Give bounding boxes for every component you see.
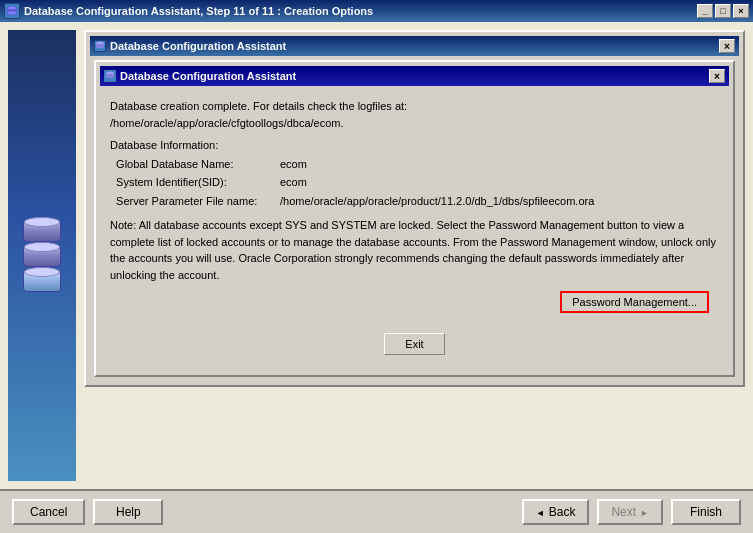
exit-row: Exit [110, 333, 719, 355]
svg-point-2 [7, 11, 17, 15]
dialog-body: Database creation complete. For details … [100, 92, 729, 371]
outer-window: Database Configuration Assistant, Step 1… [0, 0, 753, 533]
minimize-button[interactable]: _ [697, 4, 713, 18]
dialog-container: Database Configuration Assistant × [84, 30, 745, 481]
db-field-global-name: Global Database Name: ecom [110, 156, 719, 173]
global-name-value: ecom [280, 156, 719, 173]
inner-dialog: Database Configuration Assistant × Datab… [94, 60, 735, 377]
svg-rect-4 [96, 44, 104, 48]
outer-dialog: Database Configuration Assistant × [84, 30, 745, 387]
exit-button[interactable]: Exit [384, 333, 444, 355]
password-management-button[interactable]: Password Management... [560, 291, 709, 313]
logfile-path: /home/oracle/app/oracle/cfgtoollogs/dbca… [110, 117, 344, 129]
db-cylinder-2 [23, 245, 61, 267]
db-info-header: Database Information: [110, 137, 719, 154]
next-button[interactable]: Next [597, 499, 663, 525]
finish-button[interactable]: Finish [671, 499, 741, 525]
outer-dialog-title: Database Configuration Assistant [110, 40, 286, 52]
db-field-sid: System Identifier(SID): ecom [110, 174, 719, 191]
sid-value: ecom [280, 174, 719, 191]
close-outer-button[interactable]: × [733, 4, 749, 18]
toolbar-right: Back Next Finish [522, 499, 741, 525]
spfile-label: Server Parameter File name: [110, 193, 280, 210]
main-area: Database Configuration Assistant × [0, 22, 753, 489]
sid-label: System Identifier(SID): [110, 174, 280, 191]
back-button[interactable]: Back [522, 499, 590, 525]
maximize-button[interactable]: □ [715, 4, 731, 18]
outer-dialog-titlebar: Database Configuration Assistant × [90, 36, 739, 56]
completion-message: Database creation complete. For details … [110, 98, 719, 131]
next-label: Next [611, 505, 636, 519]
db-info-section: Database Information: Global Database Na… [110, 137, 719, 209]
back-label: Back [549, 505, 576, 519]
spfile-value: /home/oracle/app/oracle/product/11.2.0/d… [280, 193, 719, 210]
cancel-button[interactable]: Cancel [12, 499, 85, 525]
inner-dialog-title: Database Configuration Assistant [120, 70, 296, 82]
toolbar-left: Cancel Help [12, 499, 163, 525]
global-name-label: Global Database Name: [110, 156, 280, 173]
outer-titlebar: Database Configuration Assistant, Step 1… [0, 0, 753, 22]
db-cylinder-1 [23, 220, 61, 242]
logo-area [8, 30, 76, 481]
db-cylinder-3 [23, 270, 61, 292]
app-icon [4, 3, 20, 19]
svg-rect-6 [106, 74, 114, 78]
bottom-toolbar: Cancel Help Back Next Finish [0, 489, 753, 533]
note-text: Note: All database accounts except SYS a… [110, 217, 719, 283]
password-mgmt-row: Password Management... [110, 291, 719, 313]
inner-dialog-icon [104, 70, 116, 82]
back-arrow-icon [536, 505, 545, 519]
db-stack-icon [23, 220, 61, 292]
outer-dialog-close-button[interactable]: × [719, 39, 735, 53]
help-button[interactable]: Help [93, 499, 163, 525]
inner-dialog-titlebar: Database Configuration Assistant × [100, 66, 729, 86]
next-arrow-icon [640, 505, 649, 519]
db-field-spfile: Server Parameter File name: /home/oracle… [110, 193, 719, 210]
inner-dialog-close-button[interactable]: × [709, 69, 725, 83]
outer-window-title: Database Configuration Assistant, Step 1… [24, 5, 373, 17]
dialog-outer-icon [94, 40, 106, 52]
